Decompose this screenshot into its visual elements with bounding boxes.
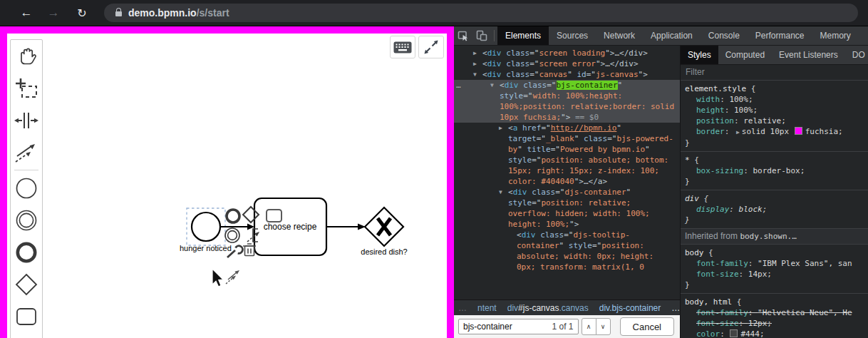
append-task-icon[interactable] [267,210,281,222]
create-end-event[interactable] [11,236,42,268]
task-icon [15,307,38,327]
lasso-tool[interactable] [11,72,42,104]
trash-icon[interactable] [243,244,256,256]
breadcrumb-item[interactable]: div#js-canvas.canvas [507,303,589,313]
start-event-label: hunger noticed [180,244,232,252]
devtools-tab-application[interactable]: Application [643,26,701,45]
inspect-element-icon[interactable] [454,26,472,45]
devtools-toolbar: ElementsSourcesNetworkApplicationConsole… [454,26,868,46]
devtools-tab-console[interactable]: Console [701,26,748,45]
match-count: 1 of 1 [552,322,574,332]
forward-button[interactable]: → [43,6,64,20]
expand-arrow-icon[interactable]: ▶ [499,123,508,133]
task-shape[interactable]: choose recipe [254,198,326,255]
global-connect-icon [14,142,38,163]
dom-tree-node[interactable]: ▶<div class="screen error">…</div> [454,58,680,69]
breadcrumb: …ntentdiv#js-canvas.canvasdiv.bjs-contai… [454,299,680,315]
space-tool[interactable] [11,104,42,136]
hand-tool[interactable] [11,40,42,72]
style-property[interactable]: color: #444; [685,329,865,338]
create-intermediate-event[interactable] [11,204,42,236]
styles-tab-styles[interactable]: Styles [681,46,718,64]
breadcrumb-item[interactable]: … [671,303,680,313]
previous-match-button[interactable]: ∧ [582,318,596,335]
dom-tree-node[interactable]: ▶<div class="screen loading">…</div> [454,48,680,58]
breadcrumb-item[interactable]: … [458,303,467,313]
intermediate-event-icon [15,209,38,232]
devtools-tab-memory[interactable]: Memory [812,26,859,45]
fullscreen-icon [423,39,440,56]
style-property[interactable]: font-size: 12px; [685,318,865,329]
back-button[interactable]: ← [16,6,37,20]
dom-tree-node[interactable]: ▼<div class="djs-container" style="posit… [454,187,680,230]
rule-selector[interactable]: body, html { [685,297,865,307]
devtools: ElementsSourcesNetworkApplicationConsole… [454,26,868,338]
dom-tree-node[interactable]: …▼<div class="bjs-container" style="widt… [454,80,680,123]
append-end-event-icon[interactable] [227,210,239,222]
reload-button[interactable]: ↻ [71,6,93,20]
bpmn-canvas[interactable]: choose recipe desired dish? hunger notic… [0,26,454,338]
rule-selector[interactable]: body { [685,247,865,258]
style-property[interactable]: font-family: "Helvetica Neue", He [685,307,865,318]
expand-arrow-icon[interactable]: ▶ [473,58,482,69]
style-property[interactable]: box-sizing: border-box; [685,165,865,176]
style-property[interactable]: position: relative; [685,116,865,126]
rule-selector[interactable]: * { [685,155,865,165]
styles-panel: StylesComputedEvent ListenersDO Filter e… [681,46,868,338]
style-property[interactable]: height: 100%; [685,105,865,116]
node-menu-ellipsis[interactable]: … [456,80,462,91]
global-connect-tool[interactable] [11,136,42,168]
next-match-button[interactable]: ∨ [596,318,611,335]
sequence-flow-2[interactable] [326,223,366,230]
devtools-tab-sources[interactable]: Sources [549,26,596,45]
keyboard-shortcuts-button[interactable] [390,36,415,58]
devtools-tab-network[interactable]: Network [596,26,643,45]
dom-tree-node[interactable]: ▶<a href="http://bpmn.io" target="_blank… [454,123,680,187]
breadcrumb-item[interactable]: ntent [477,303,497,313]
dom-tree: ▶<div class="screen loading">…</div>▶<di… [454,46,680,299]
elements-panel: ▶<div class="screen loading">…</div>▶<di… [454,46,681,338]
create-start-event[interactable] [11,172,42,204]
cancel-button[interactable]: Cancel [620,317,674,336]
dom-tree-node[interactable]: <div class="djs-tooltip-container" style… [454,230,680,272]
rule-selector[interactable]: element.style { [685,83,865,94]
keyboard-icon [393,41,412,53]
device-toolbar-icon[interactable] [472,26,491,45]
address-bar[interactable]: demo.bpmn.io /s/start [104,4,858,22]
expand-shorthand-icon[interactable]: ▶ [736,129,740,135]
style-property[interactable]: display: block; [685,204,865,215]
url-host: demo.bpmn.io [128,7,197,19]
end-event-icon [15,241,38,264]
style-property[interactable]: border: ▶solid 10px fuchsia; [685,126,865,138]
style-property[interactable]: width: 100%; [685,94,865,105]
search-input[interactable]: bjs-container 1 of 1 [458,319,579,334]
collapse-arrow-icon[interactable]: ▼ [473,69,482,80]
search-query: bjs-container [463,322,552,332]
styles-filter-input[interactable]: Filter [681,65,868,81]
devtools-tab-performance[interactable]: Performance [748,26,812,45]
styles-tab-event-listeners[interactable]: Event Listeners [772,46,845,64]
style-property[interactable]: font-family: "IBM Plex Sans", san [685,258,865,269]
style-property[interactable]: font-size: 14px; [685,269,865,280]
breadcrumb-item[interactable]: div.bjs-container [599,303,661,313]
rule-selector[interactable]: div { [685,193,865,204]
dom-tree-node[interactable]: ▼<div class="canvas" id="js-canvas"> [454,69,680,80]
sequence-flow-1[interactable] [220,224,254,230]
styles-tab-bar: StylesComputedEvent ListenersDO [681,46,868,65]
expand-arrow-icon[interactable]: ▶ [473,48,482,58]
create-gateway[interactable] [11,268,42,300]
css-rules: element.style {width: 100%;height: 100%;… [681,81,868,338]
style-rule: div {display: block;} [681,190,868,229]
gateway-icon [14,272,38,297]
start-event-shape[interactable] [192,212,220,241]
color-swatch[interactable] [730,329,738,337]
devtools-tab-elements[interactable]: Elements [497,26,549,45]
styles-tab-do[interactable]: DO [845,46,868,64]
create-task[interactable] [11,300,42,332]
gateway-shape[interactable]: desired dish? [361,208,407,256]
collapse-arrow-icon[interactable]: ▼ [499,187,508,198]
fullscreen-button[interactable] [418,36,444,58]
color-swatch[interactable] [795,127,802,135]
collapse-arrow-icon[interactable]: ▼ [490,80,500,91]
styles-tab-computed[interactable]: Computed [718,46,772,64]
